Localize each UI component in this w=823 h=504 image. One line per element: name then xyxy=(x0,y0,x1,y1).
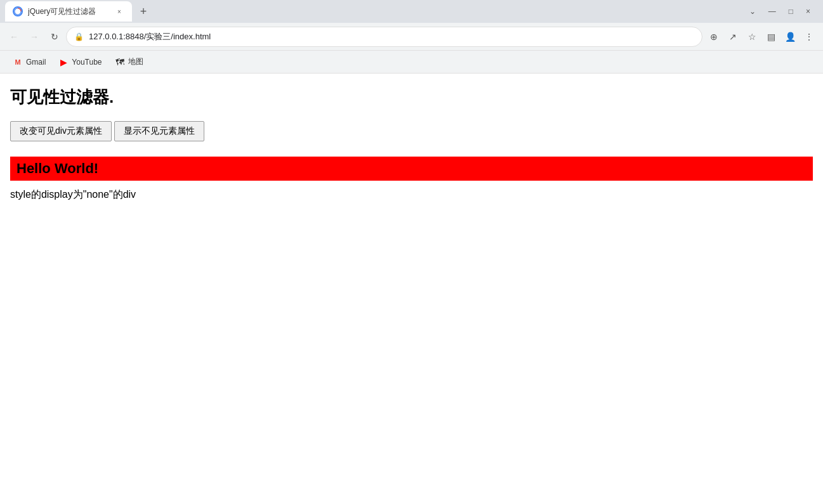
page-title: 可见性过滤器. xyxy=(10,86,813,108)
title-bar: jQuery可见性过滤器 × + ⌄ — □ × xyxy=(0,0,823,23)
bookmark-gmail-label: Gmail xyxy=(26,58,46,67)
reload-button[interactable]: ↻ xyxy=(46,28,63,46)
gmail-icon: M xyxy=(13,57,23,67)
star-button[interactable]: ☆ xyxy=(743,28,761,46)
menu-button[interactable]: ⋮ xyxy=(800,28,818,46)
nav-actions: ⊕ ↗ ☆ ▤ 👤 ⋮ xyxy=(705,28,818,46)
maps-icon: 🗺 xyxy=(115,57,125,67)
bookmark-maps[interactable]: 🗺 地图 xyxy=(110,54,148,70)
tab-title: jQuery可见性过滤器 xyxy=(28,6,109,17)
reader-button[interactable]: ▤ xyxy=(762,28,780,46)
share-button[interactable]: ↗ xyxy=(724,28,742,46)
title-bar-left: jQuery可见性过滤器 × + xyxy=(5,1,152,22)
account-button[interactable]: 👤 xyxy=(781,28,799,46)
bookmark-youtube[interactable]: ▶ YouTube xyxy=(53,55,107,70)
tab-close-button[interactable]: × xyxy=(114,6,124,16)
bookmark-youtube-label: YouTube xyxy=(72,58,102,67)
button-group: 改变可见div元素属性 显示不见元素属性 xyxy=(10,121,813,141)
window-controls: ⌄ — □ × xyxy=(747,6,813,17)
nav-bar: ← → ↻ 🔒 127.0.0.1:8848/实验三/index.html ⊕ … xyxy=(0,23,823,51)
hidden-div-text: style的display为"none"的div xyxy=(10,186,813,204)
page-content: 可见性过滤器. 改变可见div元素属性 显示不见元素属性 Hello World… xyxy=(0,74,823,504)
url-display: 127.0.0.1:8848/实验三/index.html xyxy=(89,31,694,42)
chevron-icon[interactable]: ⌄ xyxy=(747,6,758,17)
bookmarks-bar: M Gmail ▶ YouTube 🗺 地图 xyxy=(0,51,823,74)
bookmark-gmail[interactable]: M Gmail xyxy=(8,55,51,70)
change-visible-button[interactable]: 改变可见div元素属性 xyxy=(10,121,112,141)
new-tab-button[interactable]: + xyxy=(135,3,152,20)
youtube-icon: ▶ xyxy=(58,57,69,67)
zoom-button[interactable]: ⊕ xyxy=(705,28,723,46)
maximize-button[interactable]: □ xyxy=(786,6,796,17)
bookmark-maps-label: 地图 xyxy=(128,56,143,67)
back-button[interactable]: ← xyxy=(5,28,23,46)
show-hidden-button[interactable]: 显示不见元素属性 xyxy=(114,121,204,141)
minimize-button[interactable]: — xyxy=(766,6,779,17)
hello-world-div: Hello World! xyxy=(10,157,813,181)
active-tab[interactable]: jQuery可见性过滤器 × xyxy=(5,1,132,22)
lock-icon: 🔒 xyxy=(74,32,84,41)
address-bar[interactable]: 🔒 127.0.0.1:8848/实验三/index.html xyxy=(66,27,702,47)
forward-button[interactable]: → xyxy=(25,28,43,46)
tab-favicon xyxy=(13,6,23,16)
browser-frame: jQuery可见性过滤器 × + ⌄ — □ × ← → ↻ 🔒 127.0.0… xyxy=(0,0,823,504)
window-close-button[interactable]: × xyxy=(803,6,813,17)
